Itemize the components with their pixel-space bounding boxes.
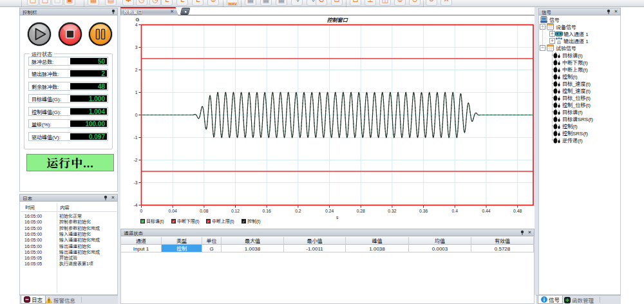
close-icon[interactable]: ✕: [613, 9, 619, 15]
status-field-value: 48: [70, 83, 107, 90]
status-field-label: 量级(%):: [32, 120, 52, 128]
save-test-icon[interactable]: ▣: [64, 0, 75, 6]
tree-item-控制_速度(t)[interactable]: 控制_速度(t): [539, 87, 620, 94]
tab-信号[interactable]: 信号: [538, 296, 563, 304]
tree-item-信号[interactable]: 信号: [539, 16, 620, 23]
table-view-icon[interactable]: ▦: [245, 0, 256, 6]
legend-item[interactable]: ✓中断下限(t): [171, 218, 200, 224]
cursor-icon[interactable]: ◫: [379, 0, 391, 6]
save-icon[interactable]: ▦: [88, 0, 99, 6]
channel-col-header[interactable]: 最大值: [222, 237, 284, 245]
status-field-value: 1.000: [70, 95, 107, 102]
svg-text:1: 1: [135, 89, 138, 95]
new-test-icon[interactable]: □: [27, 0, 39, 6]
legend-checkbox[interactable]: ✓: [206, 219, 211, 223]
status-field: 目标峰值(G):1.000: [28, 94, 108, 103]
tree-item-目标谱(f)[interactable]: 目标谱(f): [539, 108, 620, 115]
left-splitter[interactable]: [118, 7, 120, 304]
print-icon[interactable]: ▤: [105, 0, 117, 6]
tab-报警信息[interactable]: 报警信息: [43, 296, 78, 304]
tree-item-输入通道 1[interactable]: +输入通道 1: [539, 30, 620, 37]
wav-export-icon[interactable]: WAV: [227, 0, 238, 6]
legend-checkbox[interactable]: ✓: [242, 219, 246, 223]
svg-text:0.44: 0.44: [482, 207, 490, 214]
svg-text:-4: -4: [133, 202, 137, 208]
tree-item-控制SRS(f)[interactable]: 控制SRS(f): [539, 129, 620, 137]
channel-col-header[interactable]: 峰值: [346, 237, 409, 245]
legend-checkbox[interactable]: ✓: [140, 219, 145, 223]
channel-col-header[interactable]: 通道: [121, 237, 162, 245]
close-test-icon[interactable]: □: [52, 0, 63, 6]
zoom-out-icon[interactable]: ⊖: [409, 0, 421, 6]
signal-g-icon[interactable]: G: [316, 0, 327, 6]
schedule-icon[interactable]: ◔: [136, 0, 147, 6]
stop-button[interactable]: [58, 22, 82, 46]
level-1-icon[interactable]: L: [161, 0, 173, 6]
level-2-icon[interactable]: L: [176, 0, 188, 6]
close-icon[interactable]: ✕: [110, 195, 116, 201]
fit-height-icon[interactable]: ⊥: [365, 0, 376, 6]
tree-item-目标谱(t)[interactable]: 目标谱(t): [539, 52, 620, 59]
open-test-icon[interactable]: □: [39, 0, 51, 6]
table-view-3-icon[interactable]: ▦: [276, 0, 287, 6]
new-view-button[interactable]: [180, 8, 191, 15]
tree-item-设备信号[interactable]: −设备信号: [539, 23, 620, 30]
zoom-in-icon[interactable]: ⊕: [394, 0, 406, 6]
tab-close-icon[interactable]: ✕: [170, 9, 174, 14]
waveform-plot[interactable]: -4-3-2-10123400.040.080.120.160.20.240.2…: [120, 15, 535, 229]
control-window-chart: -4-3-2-10123400.040.080.120.160.20.240.2…: [120, 15, 535, 229]
svg-text:0.28: 0.28: [357, 207, 365, 214]
signal-box-icon[interactable]: ⊡: [331, 0, 343, 6]
svg-text:控制窗口: 控制窗口: [327, 16, 348, 23]
tree-item-目标_位移(t)[interactable]: 目标_位移(t): [539, 94, 620, 101]
tree-item-中断上限(t)[interactable]: 中断上限(t): [539, 66, 620, 73]
tab-函数管理[interactable]: 函数管理: [562, 296, 596, 304]
channel-col-header[interactable]: 最小值: [284, 237, 346, 245]
right-splitter[interactable]: [535, 7, 538, 295]
channel-table-row[interactable]: Input 1控制G1.0038-1.00111.00380.00030.572…: [121, 245, 534, 252]
pin-icon[interactable]: [110, 9, 116, 15]
svg-text:0.48: 0.48: [513, 207, 522, 214]
tree-item-输出通道 1[interactable]: +输出通道 1: [539, 37, 620, 44]
start-button[interactable]: [27, 22, 51, 46]
svg-text:0.04: 0.04: [169, 207, 177, 214]
legend-item[interactable]: ✓中断上限(t): [206, 218, 234, 224]
timer-icon[interactable]: ◷: [149, 0, 161, 6]
undo-zoom-icon[interactable]: ↺: [426, 0, 437, 6]
status-field-value: 50: [70, 58, 107, 64]
channel-col-header[interactable]: 类型: [162, 237, 202, 245]
tree-item-控制(t)[interactable]: 控制(t): [539, 73, 620, 80]
level-3-icon[interactable]: L: [192, 0, 204, 6]
channel-col-header[interactable]: 均值: [409, 237, 471, 245]
pin-icon[interactable]: [519, 230, 525, 236]
tree-item-目标谱SRS(f)[interactable]: 目标谱SRS(f): [539, 115, 620, 122]
tree-item-控制_位移(t)[interactable]: 控制_位移(t): [539, 101, 620, 108]
tab-日志[interactable]: 日志: [21, 296, 46, 304]
tree-item-逆传递(f)[interactable]: 逆传递(f): [539, 137, 620, 144]
channel-col-header[interactable]: 有效值: [471, 237, 534, 245]
curve-view-icon[interactable]: ∿: [291, 0, 303, 6]
level-loop-icon[interactable]: ⊕: [207, 0, 219, 6]
tree-item-目标_速度(t)[interactable]: 目标_速度(t): [539, 80, 620, 87]
tree-item-试验信号[interactable]: −试验信号: [539, 44, 620, 52]
settings-icon[interactable]: ✱: [122, 0, 134, 6]
pause-button[interactable]: [88, 22, 112, 46]
legend-item[interactable]: ✓目标谱(t): [140, 218, 164, 224]
log-row[interactable]: 16:05:05执行进度表第1项: [20, 260, 117, 267]
signal-panel-title: 信号: [542, 8, 551, 15]
tree-item-中断下限(t)[interactable]: 中断下限(t): [539, 59, 620, 66]
table-view-2-icon[interactable]: ▦: [260, 0, 272, 6]
legend-item[interactable]: ✓控制(t): [242, 218, 261, 224]
fit-width-icon[interactable]: ⊟: [350, 0, 361, 6]
tree-item-控制(f)[interactable]: 控制(f): [539, 122, 620, 129]
zoom-extents-icon[interactable]: ✕: [440, 0, 452, 6]
pin-icon[interactable]: [605, 9, 611, 15]
channel-cell: 0.0003: [409, 245, 471, 252]
log-row-text: 执行进度表第1项: [59, 260, 93, 267]
channel-col-header[interactable]: 单位: [202, 237, 222, 245]
legend-checkbox[interactable]: ✓: [171, 219, 176, 223]
tab-control-window[interactable]: 控制窗口 ✕: [120, 7, 178, 15]
pin-icon[interactable]: [102, 195, 108, 201]
close-icon[interactable]: ✕: [527, 230, 533, 236]
channel-status-panel: 通道类型单位最大值最小值峰值均值有效值Input 1控制G1.0038-1.00…: [120, 236, 535, 304]
